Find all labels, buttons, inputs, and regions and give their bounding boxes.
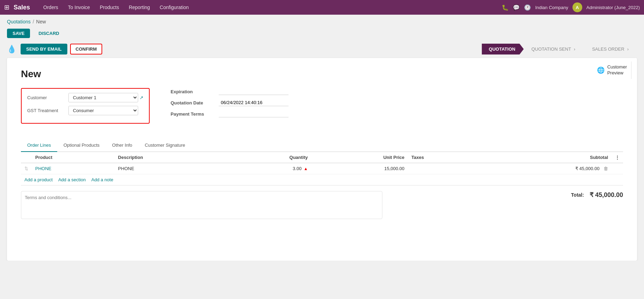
breadcrumb-parent[interactable]: Quotations [7,19,31,24]
expiration-row: Expiration [171,88,623,95]
discard-button[interactable]: DISCARD [33,29,65,38]
quotation-date-input[interactable] [219,99,289,106]
add-section-link[interactable]: Add a section [58,177,86,182]
nav-products[interactable]: Products [95,0,124,15]
quotation-date-row: Quotation Date [171,99,623,106]
external-link-icon[interactable]: ↗ [140,95,143,100]
status-left: 💧 SEND BY EMAIL CONFIRM [7,44,102,54]
breadcrumb: Quotations / New [0,15,644,27]
delete-row-icon[interactable]: 🗑 [604,166,608,171]
nav-configuration[interactable]: Configuration [155,0,194,15]
payment-terms-label: Payment Terms [171,111,216,117]
col-quantity: Quantity [224,152,312,163]
terms-input[interactable] [21,191,382,219]
save-button[interactable]: SAVE [7,29,30,38]
topnav-right: 🐛 💬 🕐 Indian Company A Administrator (Ju… [502,2,640,12]
customer-label: Customer [27,95,66,100]
add-note-link[interactable]: Add a note [91,177,113,182]
row-description: PHONE [114,163,224,174]
forecast-icon[interactable]: ▲ [304,166,308,171]
form-title: New [21,68,623,80]
breadcrumb-separator: / [33,19,34,24]
add-links: Add a product Add a section Add a note [24,177,620,182]
nav-menu: Orders To Invoice Products Reporting Con… [38,0,500,15]
col-handle [21,152,32,163]
company-name[interactable]: Indian Company [535,5,568,10]
status-quotation[interactable]: QUOTATION [482,44,524,54]
gst-label: GST Treatment [27,108,66,113]
row-handle[interactable]: ⇅ [21,163,32,174]
expiration-input[interactable] [219,88,289,95]
col-unit-price: Unit Price [311,152,408,163]
col-subtotal: Subtotal [475,152,612,163]
customer-select[interactable]: Customer 1 [68,93,138,102]
customer-value-wrapper: Customer 1 ↗ [68,93,143,102]
globe-icon: 🌐 [597,66,605,74]
bug-icon[interactable]: 🐛 [502,4,509,11]
breadcrumb-current: New [36,19,46,24]
row-product[interactable]: PHONE [32,163,114,174]
payment-terms-row: Payment Terms [171,110,623,117]
nav-to-invoice[interactable]: To Invoice [63,0,95,15]
order-table: Product Description Quantity Unit Price … [21,152,623,174]
tabs: Order Lines Optional Products Other Info… [21,139,623,152]
tab-customer-signature[interactable]: Customer Signature [138,139,192,152]
brand-name[interactable]: Sales [14,4,30,11]
nav-reporting[interactable]: Reporting [124,0,155,15]
user-name[interactable]: Administrator (June_2022) [586,5,640,10]
avatar[interactable]: A [572,2,582,12]
grid-icon[interactable]: ⊞ [4,3,9,11]
add-product-link[interactable]: Add a product [24,177,53,182]
confirm-button[interactable]: CONFIRM [70,44,103,54]
customer-preview-label: Customer Preview [607,64,627,76]
col-actions: ⋮ [612,152,623,163]
table-area: Product Description Quantity Unit Price … [7,152,637,185]
add-row: Add a product Add a section Add a note [21,174,623,185]
tab-other-info[interactable]: Other Info [106,139,138,152]
send-email-button[interactable]: SEND BY EMAIL [21,44,67,54]
customer-preview-button[interactable]: 🌐 Customer Preview [593,61,631,79]
status-quotation-sent[interactable]: QUOTATION SENT › [524,44,584,54]
tab-order-lines[interactable]: Order Lines [21,139,57,152]
status-bar: 💧 SEND BY EMAIL CONFIRM QUOTATION QUOTAT… [0,42,644,58]
total-value: ₹ 45,000.00 [590,191,623,199]
top-navigation: ⊞ Sales Orders To Invoice Products Repor… [0,0,644,15]
droplet-icon: 💧 [7,45,16,54]
status-steps: QUOTATION QUOTATION SENT › SALES ORDER › [482,44,637,54]
table-row: ⇅ PHONE PHONE 3.00 ▲ 15,000.00 ₹ 45,000.… [21,163,623,174]
col-description: Description [114,152,224,163]
status-sales-order[interactable]: SALES ORDER › [584,44,637,54]
form-grid: Customer Customer 1 ↗ GST Treatment Cons… [21,88,623,124]
form-area: New Customer Customer 1 ↗ GST Treatment [7,58,637,139]
action-bar: SAVE DISCARD [0,27,644,42]
total-label: Total: [571,192,584,198]
customer-fields: Customer Customer 1 ↗ GST Treatment Cons… [21,88,150,124]
row-subtotal: ₹ 45,000.00 🗑 [475,163,612,174]
main-content: 🌐 Customer Preview New Customer Customer… [7,58,637,261]
right-fields: Expiration Quotation Date Payment Terms [171,88,623,124]
gst-select[interactable]: Consumer [68,106,138,115]
customer-row: Customer Customer 1 ↗ [27,93,143,102]
gst-value-wrapper: Consumer [68,106,143,115]
row-taxes[interactable] [408,163,475,174]
clock-icon[interactable]: 🕐 [524,4,531,11]
row-unit-price[interactable]: 15,000.00 [311,163,408,174]
quotation-date-label: Quotation Date [171,100,216,105]
row-quantity: 3.00 ▲ [224,163,312,174]
payment-terms-input[interactable] [219,110,289,117]
col-product: Product [32,152,114,163]
gst-row: GST Treatment Consumer [27,106,143,115]
nav-orders[interactable]: Orders [38,0,63,15]
col-taxes: Taxes [408,152,475,163]
tab-optional-products[interactable]: Optional Products [57,139,106,152]
chat-icon[interactable]: 💬 [513,4,520,11]
expiration-label: Expiration [171,89,216,94]
